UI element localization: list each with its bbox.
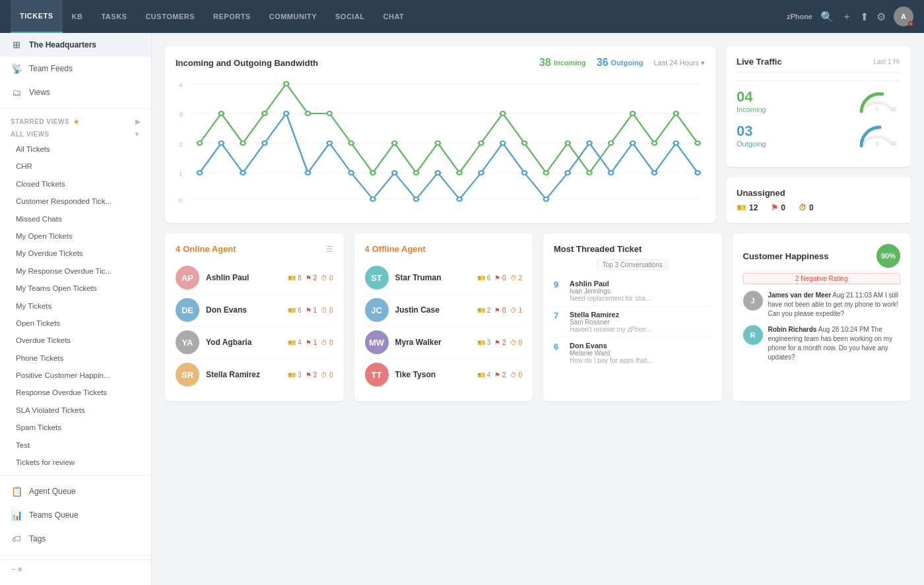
avatar[interactable]: A <box>894 7 913 26</box>
tickets-stat: 🎫 6 <box>288 307 301 314</box>
offline-agent-row: JC Justin Case 🎫 2 ⚑ 0 ⏱ 1 <box>365 294 523 326</box>
outgoing-legend: 36 Outgoing <box>597 57 644 69</box>
sidebar-link-spam[interactable]: Spam Tickets <box>0 419 151 436</box>
escalated-stat: ⚑ 0 <box>494 274 506 282</box>
svg-point-40 <box>327 141 332 145</box>
nav-item-tasks[interactable]: TASKS <box>92 0 136 33</box>
agent-avatar: YA <box>176 330 199 354</box>
sidebar-item-headquarters[interactable]: ⊞ The Headquarters <box>0 33 151 57</box>
agent-stats: 🎫 6 ⚑ 1 ⏱ 0 <box>288 307 333 314</box>
threaded-ticket-row: 6 Don Evans Melanie Ward How do I pay fo… <box>554 338 711 368</box>
tickets-stat: 🎫 3 <box>288 371 301 379</box>
nav-item-reports[interactable]: REPORTS <box>204 0 260 33</box>
threaded-sub: Melanie Ward <box>570 350 711 357</box>
nav-item-social[interactable]: SOCIAL <box>326 0 374 33</box>
tickets-stat: 🎫 3 <box>477 339 490 346</box>
svg-point-38 <box>284 111 288 115</box>
threaded-card: Most Threaded Ticket Top 3 Conversations… <box>543 233 722 401</box>
svg-point-57 <box>695 171 700 175</box>
svg-point-50 <box>544 197 548 201</box>
overdue-stat: ⏱ 0 <box>321 339 333 346</box>
sidebar-item-agent-queue[interactable]: 📋 Agent Queue <box>0 479 151 503</box>
online-agent-card: 4Online Agent ☰ AP Ashlin Paul 🎫 8 ⚑ 2 ⏱… <box>165 233 344 401</box>
sidebar-link-sla[interactable]: SLA Violated Tickets <box>0 402 151 419</box>
live-incoming-num: 04 <box>737 88 766 106</box>
sidebar-link-my-overdue[interactable]: My Overdue Tickets <box>0 245 151 262</box>
escalated-stat: ⚑ 2 <box>306 274 317 282</box>
nav-item-tickets[interactable]: TICKETS <box>11 0 63 33</box>
agent-name: Stella Ramirez <box>206 370 281 379</box>
sidebar-divider-2 <box>0 475 151 476</box>
live-incoming-label: Incoming <box>737 106 766 113</box>
svg-point-15 <box>306 111 310 115</box>
sidebar-link-test[interactable]: Test <box>0 437 151 454</box>
feedback-list: J James van der Meer Aug 21 11:03 AM I s… <box>743 291 901 362</box>
share-icon[interactable]: ⬆ <box>860 11 869 23</box>
svg-text:2: 2 <box>179 141 183 148</box>
sidebar-item-tags[interactable]: 🏷 Tags <box>0 527 151 551</box>
unassigned-overdue-stat: ⏱ 0 <box>799 203 814 212</box>
svg-point-28 <box>587 171 591 175</box>
nav-item-community[interactable]: COMMUNITY <box>260 0 326 33</box>
all-views-toggle[interactable]: ▼ <box>134 131 141 138</box>
threaded-desc: Need replacement for sha... <box>570 295 675 302</box>
headquarters-icon: ⊞ <box>11 40 22 50</box>
nav-item-customers[interactable]: CUSTOMERS <box>136 0 204 33</box>
add-icon[interactable]: ＋ <box>842 10 852 24</box>
starred-expand-icon[interactable]: ▶ <box>135 118 141 125</box>
unassigned-card: Unassigned 🎫 12 ⚑ 0 ⏱ 0 <box>726 177 911 223</box>
sidebar-item-teams-queue[interactable]: 📊 Teams Queue <box>0 503 151 527</box>
sidebar-link-positive-happin[interactable]: Positive Customer Happin... <box>0 367 151 384</box>
online-agent-menu-icon[interactable]: ☰ <box>326 245 333 254</box>
sidebar-item-team-feeds[interactable]: 📡 Team Feeds <box>0 57 151 80</box>
sidebar-link-teams-open[interactable]: My Teams Open Tickets <box>0 280 151 297</box>
threaded-num: 7 <box>554 311 564 333</box>
overdue-stat: ⏱ 0 <box>321 307 333 314</box>
sidebar-link-all-tickets[interactable]: All Tickets <box>0 140 151 158</box>
svg-point-47 <box>478 171 483 175</box>
sidebar-link-overdue[interactable]: Overdue Tickets <box>0 332 151 349</box>
sidebar-link-response-overdue[interactable]: My Response Overdue Tic... <box>0 262 151 280</box>
tickets-stat: 🎫 2 <box>477 307 490 314</box>
svg-point-33 <box>695 141 700 145</box>
threaded-name: Don Evans <box>570 342 711 350</box>
zphone-label[interactable]: zPhone <box>787 13 812 20</box>
svg-text:0: 0 <box>876 107 878 111</box>
sidebar-link-open-tickets[interactable]: Open Tickets <box>0 315 151 332</box>
sidebar-item-views[interactable]: 🗂 Views <box>0 80 151 104</box>
sidebar-link-closed-tickets[interactable]: Closed Tickets <box>0 175 151 193</box>
nav-item-chat[interactable]: CHAT <box>374 0 414 33</box>
sidebar-link-missed-chats[interactable]: Missed Chats <box>0 210 151 228</box>
sidebar-link-my-tickets[interactable]: My Tickets <box>0 297 151 315</box>
svg-point-14 <box>284 82 288 86</box>
offline-agent-label: 4Offline Agent <box>365 244 428 254</box>
svg-point-21 <box>436 141 440 145</box>
tickets-stat: 🎫 4 <box>477 371 490 379</box>
search-icon[interactable]: 🔍 <box>820 11 834 23</box>
svg-text:10: 10 <box>892 107 897 111</box>
settings-icon[interactable]: ⚙ <box>876 11 886 23</box>
sidebar-collapse-btn[interactable]: ←≡ <box>0 559 151 578</box>
sidebar-link-review[interactable]: Tickets for review <box>0 454 151 471</box>
threaded-list: 9 Ashlin Paul Ivan Jennings Need replace… <box>554 276 711 368</box>
bandwidth-time-filter[interactable]: Last 24 Hours ▾ <box>653 59 705 67</box>
svg-point-46 <box>457 197 462 201</box>
threaded-info: Stella Ramirez Sam Rossner Haven't recei… <box>570 311 711 333</box>
live-traffic-time: Last 1 Hr <box>873 58 900 65</box>
sidebar-link-response-overdue2[interactable]: Response Overdue Tickets <box>0 384 151 401</box>
feedback-date: Aug 28 10:24 PM <box>818 326 871 333</box>
overdue-stat: ⏱ 0 <box>510 339 522 346</box>
sidebar-link-chr[interactable]: CHR <box>0 158 151 175</box>
happiness-pct: 90% <box>876 244 900 268</box>
sidebar-link-phone[interactable]: Phone Tickets <box>0 350 151 367</box>
svg-text:0: 0 <box>179 197 183 204</box>
sidebar-link-customer-responded[interactable]: Customer Responded Tick... <box>0 193 151 210</box>
agent-name: Myra Walker <box>395 338 471 347</box>
tags-icon: 🏷 <box>11 534 22 544</box>
agent-name: Justin Case <box>395 305 471 315</box>
nav-item-kb[interactable]: KB <box>63 0 92 33</box>
sidebar-link-my-open[interactable]: My Open Tickets <box>0 228 151 245</box>
svg-point-51 <box>566 171 570 175</box>
agent-stats: 🎫 3 ⚑ 2 ⏱ 0 <box>288 371 333 379</box>
threaded-num: 6 <box>554 342 564 364</box>
